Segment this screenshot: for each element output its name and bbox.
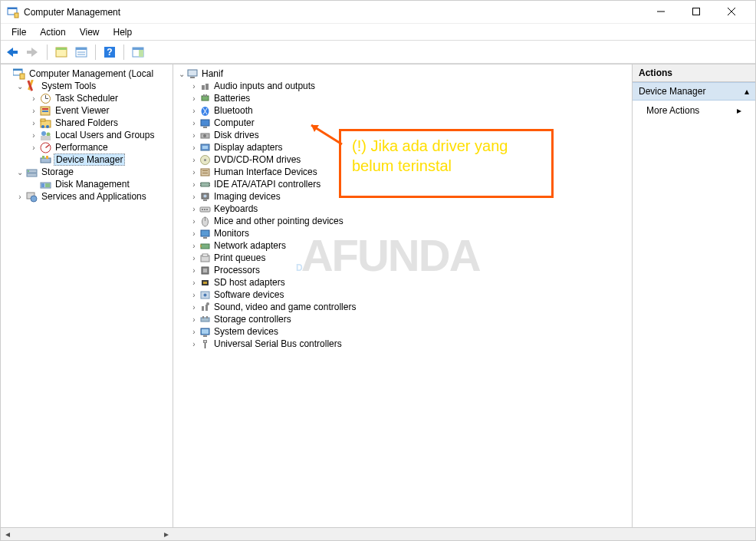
- device-category[interactable]: ›Batteries: [175, 92, 630, 104]
- tree-storage[interactable]: ⌄ Storage: [2, 166, 171, 178]
- device-category[interactable]: ›Disk drives: [175, 129, 630, 141]
- chevron-right-icon[interactable]: ›: [28, 131, 39, 140]
- tree-event-viewer[interactable]: › Event Viewer: [2, 104, 171, 117]
- chevron-right-icon[interactable]: ›: [189, 107, 199, 115]
- nav-forward-button[interactable]: [24, 43, 42, 61]
- device-manager-view[interactable]: ⌄ Hanif ›Audio inputs and outputs›Batter…: [173, 64, 633, 527]
- collapse-icon[interactable]: ▴: [744, 86, 749, 97]
- help-button[interactable]: ?: [100, 43, 119, 61]
- device-category[interactable]: ›IDE ATA/ATAPI controllers: [175, 178, 630, 190]
- chevron-right-icon[interactable]: ›: [189, 291, 199, 299]
- chevron-right-icon[interactable]: ›: [28, 94, 39, 103]
- close-button[interactable]: [714, 0, 749, 23]
- svg-rect-64: [202, 146, 208, 149]
- device-category[interactable]: ›Computer: [175, 117, 630, 129]
- chevron-right-icon[interactable]: ›: [28, 143, 39, 152]
- chevron-right-icon[interactable]: ›: [189, 119, 199, 127]
- maximize-button[interactable]: [679, 0, 714, 23]
- chevron-right-icon[interactable]: ›: [189, 229, 199, 238]
- scroll-right-button[interactable]: ▸: [159, 528, 173, 541]
- device-category[interactable]: ›Imaging devices: [175, 190, 630, 203]
- device-category-icon: [199, 191, 211, 203]
- actions-section-title[interactable]: Device Manager ▴: [633, 82, 755, 101]
- tree-device-manager[interactable]: Device Manager: [2, 153, 171, 166]
- device-category[interactable]: ›Network adapters: [175, 239, 630, 252]
- chevron-right-icon[interactable]: ›: [189, 315, 199, 324]
- device-category[interactable]: ›SD host adapters: [175, 276, 630, 289]
- chevron-right-icon[interactable]: ›: [189, 328, 199, 336]
- device-category[interactable]: ›Display adapters: [175, 141, 630, 153]
- menu-help[interactable]: Help: [107, 25, 139, 39]
- chevron-right-icon[interactable]: ›: [28, 119, 39, 127]
- svg-rect-55: [202, 96, 209, 101]
- tree-system-tools[interactable]: ⌄ System Tools: [2, 80, 171, 92]
- device-category[interactable]: ›Processors: [175, 264, 630, 276]
- device-category[interactable]: ›Keyboards: [175, 203, 630, 215]
- tree-local-users-groups[interactable]: › Local Users and Groups: [2, 129, 171, 141]
- device-category[interactable]: ›Mice and other pointing devices: [175, 215, 630, 227]
- chevron-right-icon[interactable]: ›: [189, 143, 199, 152]
- svg-rect-80: [204, 209, 205, 210]
- device-root[interactable]: ⌄ Hanif: [175, 68, 630, 80]
- svg-rect-48: [45, 183, 50, 187]
- device-category[interactable]: ›Human Interface Devices: [175, 166, 630, 178]
- menu-file[interactable]: File: [5, 25, 32, 39]
- chevron-right-icon[interactable]: ›: [189, 254, 199, 262]
- chevron-down-icon[interactable]: ⌄: [176, 70, 187, 78]
- tree-root-computer-management[interactable]: Computer Management (Local: [2, 68, 171, 80]
- chevron-down-icon[interactable]: ⌄: [15, 168, 25, 176]
- chevron-right-icon[interactable]: ›: [28, 107, 39, 115]
- device-category[interactable]: ›Universal Serial Bus controllers: [175, 338, 630, 350]
- tree-disk-management[interactable]: Disk Management: [2, 178, 171, 190]
- chevron-right-icon[interactable]: ›: [189, 340, 199, 348]
- chevron-right-icon[interactable]: ›: [189, 205, 199, 213]
- tree-services-applications[interactable]: › Services and Applications: [2, 190, 171, 203]
- tree-task-scheduler[interactable]: › Task Scheduler: [2, 92, 171, 104]
- minimize-button[interactable]: [643, 0, 679, 23]
- chevron-right-icon[interactable]: ›: [189, 156, 199, 164]
- chevron-right-icon[interactable]: ›: [189, 279, 199, 287]
- tree-shared-folders[interactable]: › Shared Folders: [2, 117, 171, 129]
- storage-icon: [25, 166, 38, 178]
- tree-performance[interactable]: › Performance: [2, 141, 171, 153]
- chevron-down-icon[interactable]: ⌄: [15, 82, 25, 91]
- chevron-right-icon[interactable]: ›: [189, 82, 199, 91]
- device-category[interactable]: ›Bluetooth: [175, 104, 630, 117]
- scroll-left-button[interactable]: ◂: [1, 528, 14, 541]
- chevron-right-icon[interactable]: ›: [189, 303, 199, 312]
- show-hide-console-tree-button[interactable]: [52, 43, 71, 61]
- device-category-icon: [199, 154, 211, 166]
- chevron-right-icon[interactable]: ›: [189, 168, 199, 176]
- menu-action[interactable]: Action: [34, 25, 71, 39]
- show-hide-action-pane-button[interactable]: [129, 43, 147, 61]
- console-tree[interactable]: Computer Management (Local ⌄ System Tool…: [1, 64, 173, 527]
- tree-label: Computer Management (Local: [28, 68, 155, 79]
- chevron-right-icon[interactable]: ›: [189, 266, 199, 275]
- services-icon: [25, 190, 38, 203]
- action-more-actions[interactable]: More Actions ▸: [633, 101, 755, 120]
- chevron-right-icon[interactable]: ›: [189, 131, 199, 140]
- menu-view[interactable]: View: [74, 25, 106, 39]
- device-category[interactable]: ›Print queues: [175, 252, 630, 264]
- device-category-icon: [199, 277, 211, 289]
- chevron-right-icon[interactable]: ›: [189, 217, 199, 226]
- chevron-right-icon[interactable]: ›: [189, 94, 199, 103]
- nav-back-button[interactable]: [4, 43, 22, 61]
- device-category[interactable]: ›System devices: [175, 325, 630, 338]
- horizontal-scrollbar[interactable]: ◂ ▸: [1, 527, 755, 540]
- properties-button[interactable]: [72, 43, 90, 61]
- device-category[interactable]: ›Audio inputs and outputs: [175, 80, 630, 92]
- device-category[interactable]: ›Storage controllers: [175, 313, 630, 325]
- svg-marker-7: [7, 48, 18, 57]
- svg-rect-29: [42, 108, 48, 110]
- device-category[interactable]: ›DVD/CD-ROM drives: [175, 153, 630, 166]
- chevron-right-icon[interactable]: ›: [15, 193, 25, 201]
- svg-rect-86: [201, 244, 209, 249]
- device-category[interactable]: ›Monitors: [175, 227, 630, 239]
- device-category[interactable]: ›Sound, video and game controllers: [175, 301, 630, 313]
- chevron-right-icon[interactable]: ›: [189, 180, 199, 189]
- chevron-right-icon[interactable]: ›: [189, 242, 199, 250]
- device-category[interactable]: ›Software devices: [175, 289, 630, 301]
- device-category-label: Imaging devices: [212, 191, 282, 202]
- chevron-right-icon[interactable]: ›: [189, 193, 199, 201]
